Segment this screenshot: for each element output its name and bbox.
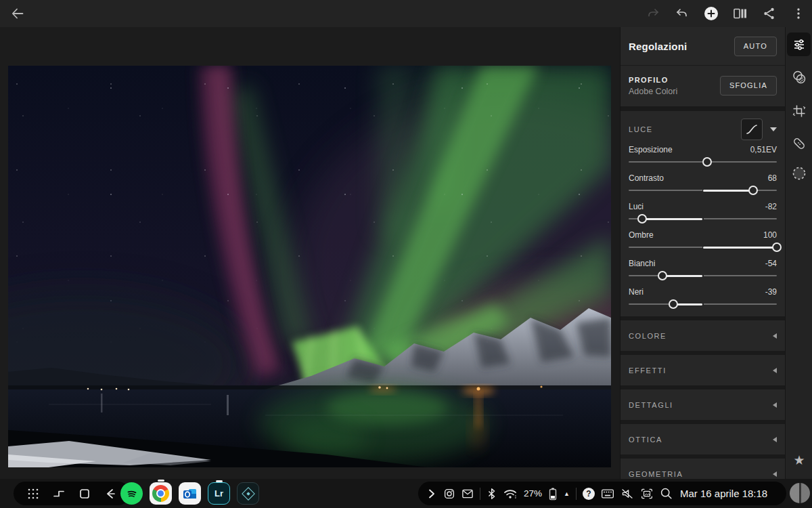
panel-title: Regolazioni (629, 41, 687, 52)
gmail-icon (461, 488, 474, 499)
browse-profiles-button[interactable]: SFOGLIA (720, 76, 777, 96)
tone-curve-button[interactable] (741, 119, 763, 140)
collapse-light-chevron-icon[interactable] (770, 127, 777, 131)
volume-mute-button[interactable] (621, 488, 634, 500)
share-button[interactable] (761, 5, 777, 22)
topbar-actions (645, 5, 807, 22)
app-chrome[interactable] (150, 482, 172, 505)
slider-track[interactable] (629, 241, 777, 253)
tray-caret-button[interactable]: ▲ (564, 490, 570, 497)
aurora-photo-art (8, 66, 611, 467)
favorite-star-button[interactable]: ★ (786, 452, 812, 468)
tool-healing-brush[interactable] (787, 131, 811, 155)
expand-triangle-icon (773, 368, 777, 373)
profile-row: PROFILO Adobe Colori SFOGLIA (621, 66, 785, 106)
expand-triangle-icon (773, 471, 777, 477)
wifi-icon (503, 488, 518, 500)
apps-grid-button[interactable] (24, 485, 42, 503)
clock[interactable]: Mar 16 aprile 18:18 (680, 488, 767, 499)
edge-avatar-button[interactable] (790, 483, 810, 503)
outlook-icon (182, 486, 198, 502)
screen: Regolazioni AUTO PROFILO Adobe Colori SF… (0, 0, 812, 508)
section-label: DETTAGLI (629, 401, 673, 409)
screen-capture-icon (640, 488, 654, 500)
redo-button[interactable] (645, 5, 661, 22)
slider-track[interactable] (629, 298, 777, 310)
slider-knob[interactable] (748, 186, 758, 195)
battery-icon (548, 487, 558, 501)
slider-knob[interactable] (637, 214, 647, 224)
bluetooth-icon (487, 488, 497, 500)
slider-luci: Luci-82 (629, 198, 777, 226)
running-indicator (158, 480, 164, 482)
section-label: OTTICA (629, 436, 662, 444)
slider-knob[interactable] (658, 271, 667, 280)
volume-muted-icon (621, 488, 634, 500)
slider-value: 68 (768, 173, 777, 183)
edit-panel: Regolazioni AUTO PROFILO Adobe Colori SF… (620, 27, 785, 479)
screen-capture-button[interactable] (640, 488, 654, 500)
crop-rotate-icon (792, 104, 807, 119)
running-indicator (216, 480, 223, 482)
home-button[interactable] (76, 485, 93, 503)
slider-track[interactable] (629, 213, 777, 225)
back-button[interactable] (9, 5, 26, 22)
battery-icon-wrap[interactable] (548, 487, 558, 501)
slider-track[interactable] (629, 270, 777, 282)
section-effetti[interactable]: EFFETTI (621, 355, 785, 385)
more-menu-button[interactable] (790, 5, 807, 22)
chrome-icon (152, 485, 169, 502)
app-lightroom[interactable]: Lr (208, 482, 230, 505)
expand-triangle-icon (773, 402, 777, 408)
section-ottica[interactable]: OTTICA (621, 424, 785, 454)
slider-value: -82 (765, 202, 777, 211)
tray-expand-button[interactable] (426, 488, 437, 499)
add-photos-button[interactable] (703, 5, 719, 22)
slider-knob[interactable] (669, 299, 678, 309)
nav-back-button[interactable] (102, 485, 119, 503)
keyboard-icon (601, 488, 614, 499)
notification-instagram[interactable] (443, 488, 455, 500)
tool-crop-rotate[interactable] (787, 99, 811, 123)
search-icon (660, 487, 673, 500)
wifi-status[interactable] (503, 488, 518, 500)
notification-gmail[interactable] (461, 488, 474, 499)
app-spotify[interactable] (120, 482, 143, 505)
photo[interactable] (8, 66, 611, 467)
help-button[interactable]: ? (583, 488, 595, 500)
app-outlook[interactable] (179, 482, 201, 505)
tool-selective-edit[interactable] (787, 161, 811, 185)
light-section-header: LUCE (629, 118, 777, 141)
search-button[interactable] (660, 487, 673, 500)
app-diamond[interactable] (237, 482, 259, 505)
slider-label: Esposizione (629, 145, 673, 154)
slider-neri: Neri-39 (629, 283, 777, 312)
recents-icon (52, 487, 66, 501)
section-dettagli[interactable]: DETTAGLI (621, 389, 785, 420)
selective-edit-icon (791, 165, 807, 182)
status-tray: 27% ▲ ? (418, 482, 786, 505)
redo-icon (646, 7, 660, 20)
slider-knob[interactable] (702, 157, 712, 167)
battery-percent: 27% (524, 488, 542, 499)
slider-label: Bianchi (629, 259, 655, 268)
slider-track[interactable] (629, 184, 777, 196)
nav-back-icon (104, 487, 117, 501)
tray-separator (480, 488, 480, 500)
auto-button[interactable]: AUTO (734, 37, 777, 56)
section-colore[interactable]: COLORE (621, 320, 785, 351)
keyboard-button[interactable] (601, 488, 614, 499)
undo-button[interactable] (674, 5, 690, 22)
battery-status[interactable]: 27% (524, 488, 542, 499)
tool-presets[interactable] (787, 65, 811, 89)
bluetooth-status[interactable] (487, 488, 497, 500)
slider-knob[interactable] (772, 242, 782, 252)
before-after-button[interactable] (732, 5, 748, 22)
light-section-label: LUCE (629, 125, 653, 133)
recents-button[interactable] (50, 485, 68, 503)
slider-value: 0,51EV (750, 145, 777, 154)
apps-grid-icon (27, 488, 39, 500)
section-geometria[interactable]: GEOMETRIA (621, 459, 785, 479)
tool-edit-sliders[interactable] (787, 33, 811, 56)
slider-track[interactable] (629, 156, 777, 168)
